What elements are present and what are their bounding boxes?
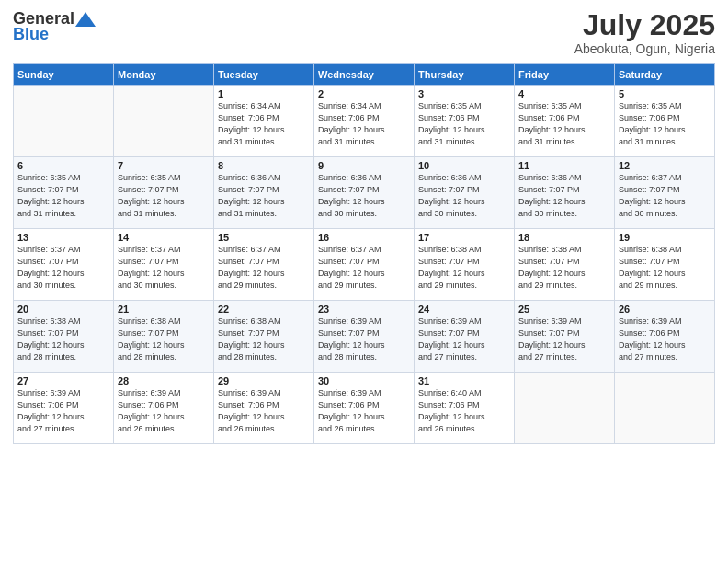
day-cell: 21Sunrise: 6:38 AM Sunset: 7:07 PM Dayli… — [114, 301, 214, 373]
day-info: Sunrise: 6:35 AM Sunset: 7:07 PM Dayligh… — [118, 172, 210, 220]
day-number: 15 — [218, 232, 310, 243]
calendar-table: SundayMondayTuesdayWednesdayThursdayFrid… — [13, 63, 715, 444]
day-cell: 1Sunrise: 6:34 AM Sunset: 7:06 PM Daylig… — [214, 86, 314, 157]
day-cell: 22Sunrise: 6:38 AM Sunset: 7:07 PM Dayli… — [214, 301, 314, 373]
day-info: Sunrise: 6:37 AM Sunset: 7:07 PM Dayligh… — [619, 172, 711, 220]
day-number: 29 — [218, 375, 310, 386]
day-number: 9 — [318, 160, 410, 171]
day-cell: 9Sunrise: 6:36 AM Sunset: 7:07 PM Daylig… — [314, 157, 415, 229]
day-info: Sunrise: 6:39 AM Sunset: 7:07 PM Dayligh… — [318, 316, 410, 363]
day-number: 6 — [17, 160, 109, 171]
subtitle: Abeokuta, Ogun, Nigeria — [574, 41, 715, 56]
svg-marker-0 — [75, 12, 96, 27]
header-row: SundayMondayTuesdayWednesdayThursdayFrid… — [14, 64, 715, 86]
day-info: Sunrise: 6:36 AM Sunset: 7:07 PM Dayligh… — [218, 172, 310, 220]
day-cell: 8Sunrise: 6:36 AM Sunset: 7:07 PM Daylig… — [214, 157, 314, 229]
day-number: 13 — [17, 232, 109, 243]
day-info: Sunrise: 6:40 AM Sunset: 7:06 PM Dayligh… — [418, 387, 510, 435]
day-cell: 12Sunrise: 6:37 AM Sunset: 7:07 PM Dayli… — [615, 157, 715, 229]
week-row-2: 6Sunrise: 6:35 AM Sunset: 7:07 PM Daylig… — [14, 157, 715, 229]
day-number: 26 — [619, 304, 711, 315]
day-number: 27 — [17, 375, 109, 386]
day-number: 14 — [118, 232, 210, 243]
day-number: 18 — [518, 232, 610, 243]
title-block: July 2025 Abeokuta, Ogun, Nigeria — [574, 9, 715, 56]
day-number: 30 — [318, 375, 410, 386]
day-cell: 4Sunrise: 6:35 AM Sunset: 7:06 PM Daylig… — [515, 86, 615, 157]
day-cell: 18Sunrise: 6:38 AM Sunset: 7:07 PM Dayli… — [515, 229, 615, 301]
day-cell: 5Sunrise: 6:35 AM Sunset: 7:06 PM Daylig… — [615, 86, 715, 157]
day-info: Sunrise: 6:37 AM Sunset: 7:07 PM Dayligh… — [218, 244, 310, 292]
week-row-4: 20Sunrise: 6:38 AM Sunset: 7:07 PM Dayli… — [14, 301, 715, 373]
logo: General Blue — [13, 9, 97, 44]
day-info: Sunrise: 6:36 AM Sunset: 7:07 PM Dayligh… — [418, 172, 510, 220]
day-cell: 17Sunrise: 6:38 AM Sunset: 7:07 PM Dayli… — [415, 229, 515, 301]
week-row-1: 1Sunrise: 6:34 AM Sunset: 7:06 PM Daylig… — [14, 86, 715, 157]
day-cell: 30Sunrise: 6:39 AM Sunset: 7:06 PM Dayli… — [314, 373, 415, 444]
day-info: Sunrise: 6:36 AM Sunset: 7:07 PM Dayligh… — [318, 172, 410, 220]
col-header-friday: Friday — [515, 64, 615, 86]
day-info: Sunrise: 6:38 AM Sunset: 7:07 PM Dayligh… — [518, 244, 610, 292]
day-number: 7 — [118, 160, 210, 171]
day-cell: 11Sunrise: 6:36 AM Sunset: 7:07 PM Dayli… — [515, 157, 615, 229]
day-number: 23 — [318, 304, 410, 315]
day-number: 16 — [318, 232, 410, 243]
day-info: Sunrise: 6:38 AM Sunset: 7:07 PM Dayligh… — [17, 316, 109, 363]
day-cell: 27Sunrise: 6:39 AM Sunset: 7:06 PM Dayli… — [14, 373, 114, 444]
day-cell: 24Sunrise: 6:39 AM Sunset: 7:07 PM Dayli… — [415, 301, 515, 373]
day-cell: 28Sunrise: 6:39 AM Sunset: 7:06 PM Dayli… — [114, 373, 214, 444]
day-info: Sunrise: 6:39 AM Sunset: 7:06 PM Dayligh… — [318, 387, 410, 435]
day-number: 11 — [518, 160, 610, 171]
day-cell: 6Sunrise: 6:35 AM Sunset: 7:07 PM Daylig… — [14, 157, 114, 229]
col-header-tuesday: Tuesday — [214, 64, 314, 86]
day-info: Sunrise: 6:34 AM Sunset: 7:06 PM Dayligh… — [218, 100, 310, 148]
day-info: Sunrise: 6:38 AM Sunset: 7:07 PM Dayligh… — [619, 244, 711, 292]
day-info: Sunrise: 6:39 AM Sunset: 7:06 PM Dayligh… — [17, 387, 109, 435]
day-info: Sunrise: 6:37 AM Sunset: 7:07 PM Dayligh… — [118, 244, 210, 292]
day-info: Sunrise: 6:39 AM Sunset: 7:07 PM Dayligh… — [518, 316, 610, 363]
day-cell: 26Sunrise: 6:39 AM Sunset: 7:06 PM Dayli… — [615, 301, 715, 373]
day-info: Sunrise: 6:39 AM Sunset: 7:06 PM Dayligh… — [218, 387, 310, 435]
day-cell — [14, 86, 114, 157]
day-cell: 7Sunrise: 6:35 AM Sunset: 7:07 PM Daylig… — [114, 157, 214, 229]
day-number: 25 — [518, 304, 610, 315]
day-number: 17 — [418, 232, 510, 243]
day-cell: 13Sunrise: 6:37 AM Sunset: 7:07 PM Dayli… — [14, 229, 114, 301]
day-number: 24 — [418, 304, 510, 315]
month-title: July 2025 — [574, 9, 715, 41]
day-info: Sunrise: 6:37 AM Sunset: 7:07 PM Dayligh… — [17, 244, 109, 292]
day-cell: 20Sunrise: 6:38 AM Sunset: 7:07 PM Dayli… — [14, 301, 114, 373]
calendar-body: 1Sunrise: 6:34 AM Sunset: 7:06 PM Daylig… — [14, 86, 715, 444]
day-info: Sunrise: 6:35 AM Sunset: 7:06 PM Dayligh… — [518, 100, 610, 148]
day-cell: 2Sunrise: 6:34 AM Sunset: 7:06 PM Daylig… — [314, 86, 415, 157]
day-number: 21 — [118, 304, 210, 315]
col-header-sunday: Sunday — [14, 64, 114, 86]
day-info: Sunrise: 6:38 AM Sunset: 7:07 PM Dayligh… — [418, 244, 510, 292]
day-cell: 3Sunrise: 6:35 AM Sunset: 7:06 PM Daylig… — [415, 86, 515, 157]
day-cell: 14Sunrise: 6:37 AM Sunset: 7:07 PM Dayli… — [114, 229, 214, 301]
week-row-5: 27Sunrise: 6:39 AM Sunset: 7:06 PM Dayli… — [14, 373, 715, 444]
day-info: Sunrise: 6:37 AM Sunset: 7:07 PM Dayligh… — [318, 244, 410, 292]
logo-blue-text: Blue — [13, 25, 49, 44]
day-number: 1 — [218, 88, 310, 99]
day-info: Sunrise: 6:39 AM Sunset: 7:06 PM Dayligh… — [118, 387, 210, 435]
day-info: Sunrise: 6:35 AM Sunset: 7:06 PM Dayligh… — [619, 100, 711, 148]
page-container: General Blue July 2025 Abeokuta, Ogun, N… — [0, 0, 728, 454]
day-number: 20 — [17, 304, 109, 315]
day-number: 22 — [218, 304, 310, 315]
header: General Blue July 2025 Abeokuta, Ogun, N… — [13, 9, 715, 56]
day-number: 19 — [619, 232, 711, 243]
col-header-saturday: Saturday — [615, 64, 715, 86]
day-number: 28 — [118, 375, 210, 386]
logo-icon — [75, 12, 96, 27]
day-info: Sunrise: 6:35 AM Sunset: 7:07 PM Dayligh… — [17, 172, 109, 220]
day-cell — [615, 373, 715, 444]
day-info: Sunrise: 6:39 AM Sunset: 7:06 PM Dayligh… — [619, 316, 711, 363]
day-cell: 19Sunrise: 6:38 AM Sunset: 7:07 PM Dayli… — [615, 229, 715, 301]
day-cell: 16Sunrise: 6:37 AM Sunset: 7:07 PM Dayli… — [314, 229, 415, 301]
day-cell — [515, 373, 615, 444]
day-cell: 10Sunrise: 6:36 AM Sunset: 7:07 PM Dayli… — [415, 157, 515, 229]
col-header-monday: Monday — [114, 64, 214, 86]
day-cell: 23Sunrise: 6:39 AM Sunset: 7:07 PM Dayli… — [314, 301, 415, 373]
day-info: Sunrise: 6:39 AM Sunset: 7:07 PM Dayligh… — [418, 316, 510, 363]
